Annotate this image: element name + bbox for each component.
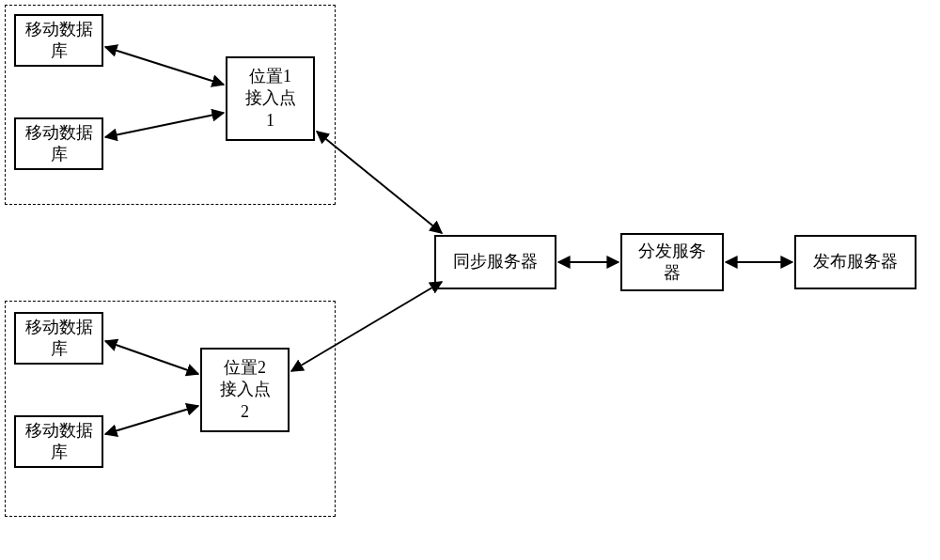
label-access-point-1: 位置1接入点1	[245, 66, 296, 132]
label-mobile-db-2b: 移动数据库	[25, 420, 93, 464]
node-access-point-2: 位置2接入点2	[200, 348, 290, 432]
label-pub-server: 发布服务器	[813, 251, 898, 272]
label-mobile-db-2a: 移动数据库	[25, 317, 93, 361]
label-mobile-db-1a: 移动数据库	[25, 19, 93, 63]
node-mobile-db-1a: 移动数据库	[14, 14, 103, 67]
node-mobile-db-1b: 移动数据库	[14, 117, 103, 170]
label-access-point-2: 位置2接入点2	[220, 357, 271, 423]
label-mobile-db-1b: 移动数据库	[25, 122, 93, 166]
node-mobile-db-2b: 移动数据库	[14, 415, 103, 468]
node-pub-server: 发布服务器	[794, 235, 916, 289]
label-dist-server: 分发服务器	[638, 241, 706, 285]
node-mobile-db-2a: 移动数据库	[14, 312, 103, 365]
label-sync-server: 同步服务器	[453, 251, 538, 272]
node-sync-server: 同步服务器	[434, 235, 556, 289]
node-access-point-1: 位置1接入点1	[226, 56, 315, 141]
node-dist-server: 分发服务器	[620, 233, 724, 291]
